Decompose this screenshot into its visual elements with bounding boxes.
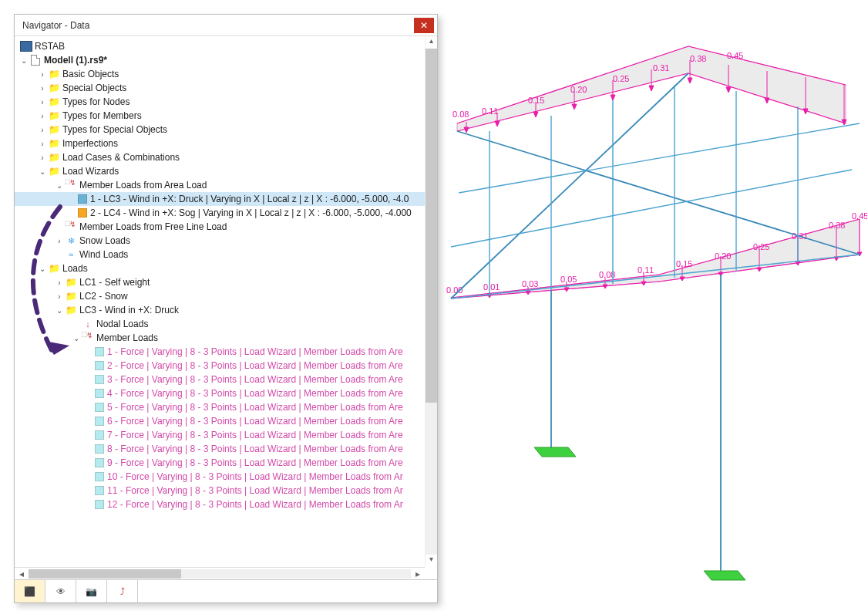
wizard-icon — [65, 221, 77, 232]
generated-load-item[interactable]: 5 - Force | Varying | 8 - 3 Points | Loa… — [15, 400, 437, 414]
svg-line-29 — [451, 282, 659, 299]
folder-loads[interactable]: ⌄Loads — [15, 261, 437, 275]
tab-results[interactable]: ⤴ — [107, 580, 138, 602]
color-swatch-icon — [95, 375, 104, 384]
scroll-thumb[interactable] — [29, 569, 181, 579]
panel-header: Navigator - Data ✕ — [15, 15, 437, 36]
root-model[interactable]: ⌄ Modell (1).rs9* — [15, 53, 437, 67]
snowflake-icon: ❄ — [64, 234, 78, 247]
wizard-item-1[interactable]: 1 - LC3 - Wind in +X: Druck | Varying in… — [15, 192, 437, 206]
vertical-scrollbar[interactable]: ▴ ▾ — [425, 36, 437, 567]
load-value: 0.20 — [570, 85, 587, 94]
svg-marker-69 — [704, 571, 745, 580]
scroll-thumb[interactable] — [426, 49, 437, 403]
generated-load-item[interactable]: 4 - Force | Varying | 8 - 3 Points | Loa… — [15, 386, 437, 400]
tab-data[interactable]: ⬛ — [15, 580, 45, 602]
folder-lc3[interactable]: ⌄LC3 - Wind in +X: Druck — [15, 303, 437, 317]
data-icon: ⬛ — [24, 586, 35, 597]
chevron-right-icon[interactable]: › — [38, 140, 47, 148]
color-swatch-icon — [95, 403, 104, 412]
model-viewport[interactable]: 0.08 0.11 0.15 0.20 0.25 0.31 0.38 0.45 … — [443, 31, 867, 602]
color-swatch-icon — [95, 361, 104, 370]
chevron-down-icon[interactable]: ⌄ — [55, 306, 64, 315]
generated-load-item[interactable]: 11 - Force | Varying | 8 - 3 Points | Lo… — [15, 484, 437, 498]
chevron-right-icon[interactable]: › — [38, 126, 47, 134]
chevron-down-icon[interactable]: ⌄ — [19, 56, 29, 65]
root-app[interactable]: RSTAB — [15, 39, 437, 53]
navigator-tree[interactable]: RSTAB ⌄ Modell (1).rs9* ›Basic Objects ›… — [15, 36, 437, 567]
folder-load-wizards[interactable]: ⌄Load Wizards — [15, 164, 437, 178]
folder-basic[interactable]: ›Basic Objects — [15, 67, 437, 81]
scroll-down-icon[interactable]: ▾ — [426, 555, 437, 567]
chevron-right-icon[interactable]: › — [38, 84, 47, 93]
chevron-right-icon[interactable]: › — [38, 154, 47, 162]
folder-wind[interactable]: ≈Wind Loads — [15, 248, 437, 261]
folder-load-cases[interactable]: ›Load Cases & Combinations — [15, 150, 437, 164]
wizard-area-load[interactable]: ⌄Member Loads from Area Load — [15, 178, 437, 192]
scroll-track[interactable] — [29, 569, 411, 579]
scroll-up-icon[interactable]: ▴ — [426, 36, 437, 49]
panel-toolbar: ⬛ 👁 📷 ⤴ — [15, 579, 437, 602]
folder-icon — [47, 68, 61, 80]
chevron-right-icon[interactable]: › — [55, 278, 64, 287]
color-swatch-icon — [95, 500, 104, 509]
folder-icon — [47, 262, 61, 275]
folder-types-nodes[interactable]: ›Types for Nodes — [15, 95, 437, 109]
load-value: 0.15 — [676, 259, 692, 268]
chevron-right-icon[interactable]: › — [38, 112, 47, 120]
chevron-down-icon[interactable]: ⌄ — [38, 167, 47, 176]
svg-line-2 — [457, 73, 688, 131]
generated-load-item[interactable]: 6 - Force | Varying | 8 - 3 Points | Loa… — [15, 414, 437, 428]
generated-load-item[interactable]: 7 - Force | Varying | 8 - 3 Points | Loa… — [15, 428, 437, 442]
color-swatch-icon — [95, 472, 104, 481]
chevron-right-icon[interactable]: › — [38, 70, 47, 79]
folder-types-members[interactable]: ›Types for Members — [15, 109, 437, 123]
scroll-left-icon[interactable]: ◂ — [15, 568, 29, 579]
load-value: 0.05 — [560, 275, 577, 284]
chevron-down-icon[interactable]: ⌄ — [38, 265, 47, 273]
generated-load-item[interactable]: 10 - Force | Varying | 8 - 3 Points | Lo… — [15, 470, 437, 484]
chevron-down-icon[interactable]: ⌄ — [72, 334, 81, 342]
folder-icon — [64, 304, 78, 316]
generated-load-item[interactable]: 1 - Force | Varying | 8 - 3 Points | Loa… — [15, 345, 437, 359]
svg-marker-15 — [611, 95, 615, 100]
nodal-loads[interactable]: ↓Nodal Loads — [15, 317, 437, 331]
chevron-down-icon[interactable]: ⌄ — [55, 181, 64, 190]
scroll-track[interactable] — [426, 49, 437, 555]
wizard-item-2[interactable]: 2 - LC4 - Wind in +X: Sog | Varying in X… — [15, 206, 437, 220]
scroll-right-icon[interactable]: ▸ — [411, 568, 425, 579]
folder-lc2[interactable]: ›LC2 - Snow — [15, 289, 437, 303]
svg-marker-42 — [641, 282, 646, 285]
load-value: 0.45 — [852, 211, 867, 221]
generated-load-item[interactable]: 8 - Force | Varying | 8 - 3 Points | Loa… — [15, 442, 437, 456]
folder-lc1[interactable]: ›LC1 - Self weight — [15, 275, 437, 289]
folder-imperfections[interactable]: ›Imperfections — [15, 137, 437, 150]
generated-load-item[interactable]: 12 - Force | Varying | 8 - 3 Points | Lo… — [15, 498, 437, 511]
generated-load-item[interactable]: 2 - Force | Varying | 8 - 3 Points | Loa… — [15, 359, 437, 373]
svg-marker-11 — [533, 112, 538, 117]
wizard-icon — [65, 180, 77, 191]
tab-display[interactable]: 👁 — [45, 580, 76, 602]
svg-marker-9 — [495, 121, 500, 127]
generated-load-item[interactable]: 3 - Force | Varying | 8 - 3 Points | Loa… — [15, 373, 437, 386]
horizontal-scrollbar[interactable]: ◂ ▸ — [15, 567, 425, 579]
close-button[interactable]: ✕ — [414, 18, 434, 33]
panel-title: Navigator - Data — [22, 20, 414, 31]
chevron-right-icon[interactable]: › — [55, 237, 64, 245]
svg-marker-17 — [649, 86, 654, 91]
generated-load-item[interactable]: 9 - Force | Varying | 8 - 3 Points | Loa… — [15, 456, 437, 470]
chevron-right-icon[interactable]: › — [38, 98, 47, 106]
folder-icon — [47, 82, 61, 94]
member-loads[interactable]: ⌄Member Loads — [15, 331, 437, 345]
folder-snow[interactable]: ›❄Snow Loads — [15, 234, 437, 248]
chevron-right-icon[interactable]: › — [55, 292, 64, 301]
load-value: 0.20 — [715, 251, 731, 261]
wizard-line-load[interactable]: Member Loads from Free Line Load — [15, 220, 437, 234]
folder-types-special[interactable]: ›Types for Special Objects — [15, 123, 437, 137]
nodal-load-icon: ↓ — [81, 318, 95, 330]
folder-special[interactable]: ›Special Objects — [15, 81, 437, 95]
color-swatch-icon — [95, 347, 104, 356]
svg-marker-21 — [726, 87, 731, 93]
tab-views[interactable]: 📷 — [76, 580, 107, 602]
load-value: 0.45 — [727, 51, 743, 60]
